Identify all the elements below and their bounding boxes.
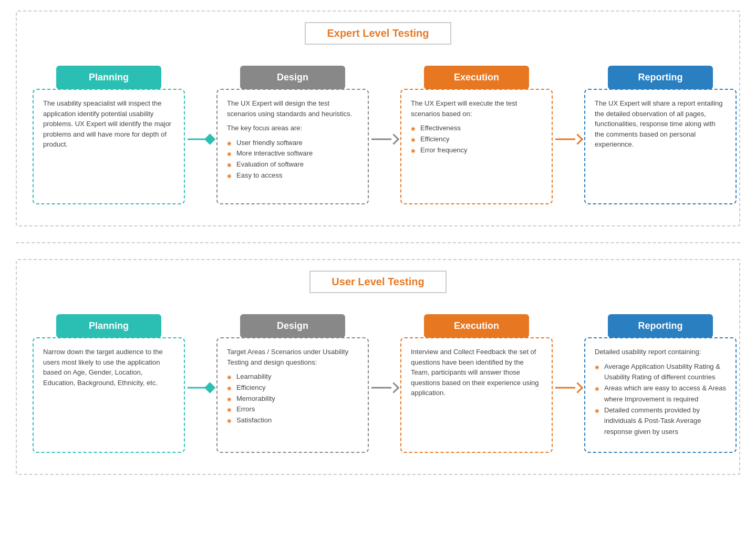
expert-arrow-gray — [371, 134, 398, 144]
user-arrow-3 — [553, 382, 584, 393]
expert-title: Expert Level Testing — [305, 22, 451, 45]
user-design-header: Design — [240, 314, 345, 338]
user-reporting-item-2: Areas which are easy to access & Areas w… — [595, 383, 726, 405]
expert-design-box: The UX Expert will design the test scena… — [216, 89, 369, 204]
user-design-item-3: Memorability — [227, 394, 358, 405]
user-reporting-item-3: Detailed comments provided by individual… — [595, 405, 726, 438]
expert-design-item: Design The UX Expert will design the tes… — [216, 66, 369, 204]
user-flow-row: Planning Narrow down the target audience… — [22, 309, 734, 458]
expert-flow-row: Planning The usability speacialist will … — [22, 60, 734, 210]
user-planning-box: Narrow down the target audience to the u… — [33, 337, 185, 453]
user-planning-content: Narrow down the target audience to the u… — [43, 347, 174, 388]
user-design-item-2: Efficiency — [227, 382, 358, 394]
expert-design-intro: The UX Expert will design the test scena… — [227, 98, 358, 119]
expert-reporting-content: The UX Expert will share a report entail… — [595, 98, 726, 150]
page-wrapper: Expert Level Testing Planning The usabil… — [0, 0, 756, 485]
user-execution-box: Interview and Collect Feedback the set o… — [400, 337, 553, 453]
expert-execution-item: Execution The UX Expert will execute the… — [400, 66, 553, 204]
expert-reporting-item: Reporting The UX Expert will share a rep… — [584, 66, 737, 204]
user-execution-content: Interview and Collect Feedback the set o… — [411, 347, 542, 398]
user-execution-header: Execution — [424, 314, 529, 338]
expert-planning-item: Planning The usability speacialist will … — [33, 66, 185, 204]
user-reporting-item: Reporting Detailed usability report cont… — [584, 314, 737, 453]
user-section: User Level Testing Planning Narrow down … — [16, 259, 740, 475]
expert-execution-item-2: Efficiency — [411, 134, 542, 145]
user-reporting-list: Average Application Usability Rating & U… — [595, 361, 726, 438]
user-arrow-1 — [185, 382, 216, 393]
expert-design-item-2: More interactive software — [227, 148, 358, 159]
expert-arrow-2 — [369, 134, 400, 144]
user-design-box: Target Areas / Scenarios under Usability… — [216, 337, 369, 453]
expert-arrow-teal — [188, 134, 214, 144]
section-divider — [16, 242, 740, 243]
user-reporting-box: Detailed usability report containing: Av… — [584, 337, 737, 453]
expert-arrow-1 — [185, 134, 216, 144]
expert-design-item-4: Easy to access — [227, 170, 358, 181]
user-arrow-teal — [188, 382, 214, 393]
user-title-wrap: User Level Testing — [22, 271, 734, 293]
expert-arrow-orange — [555, 134, 582, 144]
expert-planning-header: Planning — [56, 66, 161, 89]
expert-arrow-3 — [553, 134, 584, 144]
expert-reporting-box: The UX Expert will share a report entail… — [584, 89, 737, 204]
expert-execution-item-1: Effectiveness — [411, 123, 542, 134]
expert-execution-list: Effectiveness Efficiency Error frequency — [411, 123, 542, 156]
expert-design-item-3: Evaluation of software — [227, 159, 358, 170]
expert-design-header: Design — [240, 66, 345, 89]
expert-title-wrap: Expert Level Testing — [22, 22, 734, 45]
user-design-item-1: Learnability — [227, 371, 358, 382]
user-execution-item: Execution Interview and Collect Feedback… — [400, 314, 553, 453]
expert-planning-content: The usability speacialist will inspect t… — [43, 98, 174, 150]
expert-reporting-header: Reporting — [608, 66, 713, 89]
expert-execution-header: Execution — [424, 66, 529, 89]
user-design-intro: Target Areas / Scenarios under Usability… — [227, 347, 358, 367]
expert-execution-intro: The UX Expert will execute the test scen… — [411, 98, 542, 119]
expert-execution-box: The UX Expert will execute the test scen… — [400, 89, 553, 204]
expert-design-item-1: User friendly software — [227, 138, 358, 149]
user-design-item-4: Errors — [227, 404, 358, 415]
user-reporting-item-1: Average Application Usability Rating & U… — [595, 361, 726, 384]
user-design-item-5: Satisfaction — [227, 415, 358, 426]
user-planning-header: Planning — [56, 314, 161, 338]
expert-design-subheading: The key focus areas are: — [227, 123, 358, 133]
expert-design-list: User friendly software More interactive … — [227, 138, 358, 181]
user-arrow-2 — [369, 382, 400, 393]
user-arrow-orange — [555, 382, 582, 393]
expert-planning-box: The usability speacialist will inspect t… — [33, 89, 185, 204]
user-title: User Level Testing — [309, 271, 446, 293]
expert-execution-item-3: Error frequency — [411, 145, 542, 156]
user-planning-item: Planning Narrow down the target audience… — [33, 314, 185, 453]
user-reporting-header: Reporting — [608, 314, 713, 338]
expert-section: Expert Level Testing Planning The usabil… — [16, 11, 740, 226]
user-design-list: Learnability Efficiency Memorability Err… — [227, 371, 358, 426]
user-reporting-intro: Detailed usability report containing: — [595, 347, 726, 357]
user-arrow-gray — [371, 382, 398, 393]
user-design-item: Design Target Areas / Scenarios under Us… — [216, 314, 369, 453]
